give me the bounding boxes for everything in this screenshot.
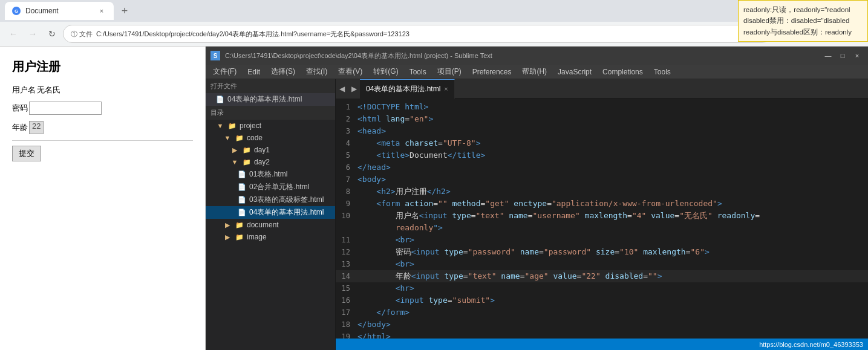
sublime-title-bar: S C:\Users\17491\Desktop\project\code\da…: [206, 47, 868, 65]
password-input[interactable]: [29, 102, 102, 115]
editor-tab-title: 04表单的基本用法.html: [366, 84, 440, 94]
folder-arrow-icon: ▼: [223, 133, 232, 143]
open-files-header[interactable]: 打开文件: [206, 79, 335, 93]
forward-button[interactable]: →: [24, 25, 41, 42]
code-line: 6 </head>: [336, 161, 868, 173]
menu-help[interactable]: 帮助(H): [517, 65, 552, 79]
tab-title: Document: [25, 7, 92, 15]
editor-tab-close[interactable]: ×: [444, 85, 448, 92]
address-url: C:/Users/17491/Desktop/project/code/day2…: [96, 30, 410, 39]
open-file-item[interactable]: 📄 04表单的基本用法.html: [206, 93, 335, 106]
password-label: 密码: [12, 103, 28, 114]
age-row: 年龄 22: [12, 121, 193, 134]
file-html-icon: 📄: [237, 170, 247, 180]
submit-button[interactable]: 提交: [12, 146, 41, 161]
menu-edit[interactable]: Edit: [243, 65, 265, 79]
main-layout: 用户注册 用户名 无名氏 密码 年龄 22 提交 S C:\Users\1749…: [0, 47, 868, 350]
browser-tab[interactable]: G Document ×: [5, 2, 114, 20]
code-line: 11 <br>: [336, 234, 868, 246]
folder-day1[interactable]: ▶ 📁 day1: [206, 144, 335, 156]
menu-javascript[interactable]: JavaScript: [553, 65, 596, 79]
new-tab-button[interactable]: +: [116, 2, 133, 19]
age-input: 22: [29, 121, 44, 134]
statusbar-url: https://blog.csdn.net/m0_46393353: [759, 341, 863, 348]
sublime-window: S C:\Users\17491\Desktop\project\code\da…: [206, 47, 868, 350]
folder-arrow-icon: ▶: [223, 220, 232, 230]
menu-completions[interactable]: Completions: [598, 65, 648, 79]
file-html-icon: 📄: [237, 208, 247, 218]
minimize-button[interactable]: —: [822, 50, 834, 62]
code-line: 9 <form action="" method="get" enctype="…: [336, 198, 868, 210]
folder-image-icon: 📁: [235, 232, 244, 242]
file-03[interactable]: 📄 03表格的高级标签.html: [206, 193, 335, 206]
back-button[interactable]: ←: [5, 25, 22, 42]
editor-tab-strip: ◀ ▶ 04表单的基本用法.html ×: [336, 79, 868, 99]
password-row: 密码: [12, 102, 193, 115]
address-bar[interactable]: ① 文件 C:/Users/17491/Desktop/project/code…: [63, 25, 771, 43]
sublime-sidebar: 打开文件 📄 04表单的基本用法.html 目录 ▼ 📁 project ▼ 📁…: [206, 79, 336, 350]
age-label: 年龄: [12, 122, 28, 133]
code-line: 8 <h2>用户注册</h2>: [336, 186, 868, 198]
sublime-content: 打开文件 📄 04表单的基本用法.html 目录 ▼ 📁 project ▼ 📁…: [206, 79, 868, 350]
menu-file[interactable]: 文件(F): [208, 65, 241, 79]
dir-header[interactable]: 目录: [206, 106, 335, 120]
folder-arrow-icon: ▼: [230, 157, 240, 167]
browser-page: 用户注册 用户名 无名氏 密码 年龄 22 提交: [0, 47, 206, 350]
hint-line3: readonly与disabled区别：readonly: [743, 27, 863, 37]
menu-view[interactable]: 查看(V): [333, 65, 367, 79]
code-line-active: 14 年龄<input type="text" name="age" value…: [336, 270, 868, 282]
code-line: 7 <body>: [336, 173, 868, 186]
sublime-statusbar: https://blog.csdn.net/m0_46393353: [336, 339, 868, 350]
folder-day2[interactable]: ▼ 📁 day2: [206, 156, 335, 168]
code-line: 2 <html lang="en">: [336, 113, 868, 125]
file-html-icon: 📄: [237, 195, 247, 205]
code-line: 18 </body>: [336, 319, 868, 331]
hint-line1: readonly:只读，readonly="readonl: [743, 4, 863, 15]
file-02[interactable]: 📄 02合并单元格.html: [206, 181, 335, 193]
menu-find[interactable]: 查找(I): [301, 65, 332, 79]
code-line: 15 <hr>: [336, 282, 868, 294]
folder-arrow-icon: ▶: [230, 145, 240, 155]
menu-tools[interactable]: Tools: [405, 65, 431, 79]
folder-code[interactable]: ▼ 📁 code: [206, 132, 335, 144]
code-line: 5 <title>Document</title>: [336, 149, 868, 161]
form-divider: [12, 140, 193, 141]
code-line: 10 用户名<input type="text" name="username"…: [336, 210, 868, 222]
tab-favicon: G: [12, 7, 21, 15]
tab-nav-right[interactable]: ▶: [348, 79, 360, 99]
menu-goto[interactable]: 转到(G): [368, 65, 403, 79]
sublime-app-icon: S: [210, 51, 220, 60]
close-button[interactable]: ×: [851, 50, 863, 62]
folder-day2-icon: 📁: [242, 157, 252, 167]
folder-arrow-icon: ▶: [223, 232, 232, 242]
code-line: 1 <!DOCTYPE html>: [336, 101, 868, 113]
tab-close-button[interactable]: ×: [97, 6, 106, 16]
file-01[interactable]: 📄 01表格.html: [206, 168, 335, 181]
tab-nav-left[interactable]: ◀: [336, 79, 348, 99]
username-value: 无名氏: [37, 85, 60, 96]
hint-line2: disabled禁用：disabled="disabled: [743, 15, 863, 26]
menu-project[interactable]: 项目(P): [432, 65, 466, 79]
menu-select[interactable]: 选择(S): [266, 65, 300, 79]
folder-project[interactable]: ▼ 📁 project: [206, 120, 335, 132]
maximize-button[interactable]: □: [837, 50, 849, 62]
username-row: 用户名 无名氏: [12, 85, 193, 96]
folder-image[interactable]: ▶ 📁 image: [206, 231, 335, 243]
code-editor[interactable]: 1 <!DOCTYPE html> 2 <html lang="en"> 3 <…: [336, 99, 868, 339]
menu-preferences[interactable]: Preferences: [468, 65, 517, 79]
username-label: 用户名: [12, 85, 36, 96]
editor-area: ◀ ▶ 04表单的基本用法.html × 1 <!DOCTYPE html> 2: [336, 79, 868, 350]
file-html-icon: 📄: [237, 183, 247, 192]
folder-arrow-icon: ▼: [215, 121, 225, 131]
folder-code-icon: 📁: [235, 133, 244, 143]
hint-panel: readonly:只读，readonly="readonl disabled禁用…: [738, 0, 868, 42]
editor-tab-active[interactable]: 04表单的基本用法.html ×: [360, 79, 455, 99]
address-icon: ① 文件: [71, 30, 93, 39]
refresh-button[interactable]: ↻: [44, 25, 60, 42]
sublime-title-text: C:\Users\17491\Desktop\project\code\day2…: [225, 51, 817, 60]
folder-day1-icon: 📁: [242, 145, 252, 155]
file-04[interactable]: 📄 04表单的基本用法.html: [206, 206, 335, 219]
menu-tools2[interactable]: Tools: [649, 65, 676, 79]
window-controls: — □ ×: [822, 50, 863, 62]
folder-document[interactable]: ▶ 📁 document: [206, 219, 335, 231]
